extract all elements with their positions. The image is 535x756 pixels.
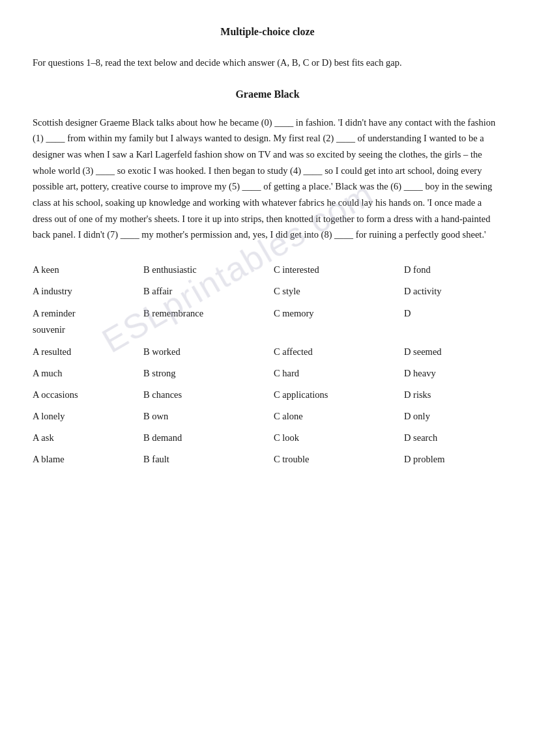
options-row-5: A occasions B chances C applications D r… [33,387,502,402]
options-row-3: A resulted B worked C affected D seemed [33,344,502,359]
option-0c: C interested [274,262,404,277]
option-1a: A industry [33,284,143,299]
option-1b: B affair [143,284,274,299]
options-row-2: A reminder B remembrance C memory D souv… [33,305,502,337]
option-2a: A reminder [33,305,143,322]
option-3b: B worked [143,344,274,359]
option-2b: B remembrance [143,305,274,322]
option-4d: D heavy [404,366,508,381]
option-2d-extra: souvenir [33,322,502,338]
article-title: Graeme Black [33,89,502,100]
options-row-8: A blame B fault C trouble D problem [33,452,502,467]
option-0a: A keen [33,262,143,277]
option-1d: D activity [404,284,508,299]
option-7a: A ask [33,430,143,445]
option-7b: B demand [143,430,274,445]
option-0d: D fond [404,262,508,277]
options-row-7: A ask B demand C look D search [33,430,502,445]
options-row-1: A industry B affair C style D activity [33,284,502,299]
option-4c: C hard [274,366,404,381]
option-2d: D [404,305,443,322]
option-4b: B strong [143,366,274,381]
option-2c: C memory [274,305,404,322]
option-3a: A resulted [33,344,143,359]
article-body: Scottish designer Graeme Black talks abo… [33,115,502,243]
option-5a: A occasions [33,387,143,402]
page-title: Multiple-choice cloze [33,26,502,38]
options-row-6: A lonely B own C alone D only [33,409,502,424]
option-6d: D only [404,409,508,424]
options-row-0: A keen B enthusiastic C interested D fon… [33,262,502,277]
option-3d: D seemed [404,344,508,359]
option-6c: C alone [274,409,404,424]
option-5d: D risks [404,387,508,402]
option-7c: C look [274,430,404,445]
option-7d: D search [404,430,508,445]
options-section: A keen B enthusiastic C interested D fon… [33,262,502,468]
option-4a: A much [33,366,143,381]
option-8b: B fault [143,452,274,467]
option-0b: B enthusiastic [143,262,274,277]
option-8c: C trouble [274,452,404,467]
option-6a: A lonely [33,409,143,424]
option-3c: C affected [274,344,404,359]
option-8d: D problem [404,452,508,467]
option-8a: A blame [33,452,143,467]
option-5b: B chances [143,387,274,402]
option-1c: C style [274,284,404,299]
option-6b: B own [143,409,274,424]
instructions: For questions 1–8, read the text below a… [33,56,502,70]
option-5c: C applications [274,387,404,402]
options-row-4: A much B strong C hard D heavy [33,366,502,381]
